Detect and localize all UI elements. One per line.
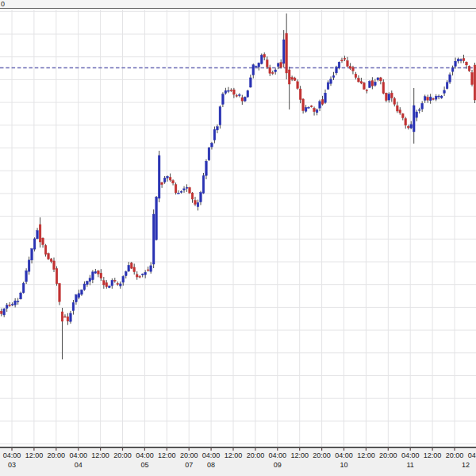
candle-body-bull	[255, 66, 257, 67]
candle-body-bull	[332, 76, 335, 78]
candle-body-bear	[61, 312, 63, 321]
candle-body-bear	[358, 79, 360, 82]
candle-body-bear	[432, 98, 435, 99]
candle-body-bear	[291, 78, 294, 80]
time-label: 04:00	[468, 451, 476, 459]
candle-body-bull	[222, 94, 225, 105]
candle-body-bear	[360, 82, 363, 83]
date-label: 07	[185, 461, 193, 469]
candle-body-bear	[363, 83, 366, 90]
candle-body-bull	[152, 214, 155, 264]
candle-body-bear	[102, 281, 105, 285]
time-label: 12:00	[357, 451, 375, 459]
candle-body-bear	[390, 93, 393, 98]
candle-body-bear	[297, 82, 299, 89]
candle-body-bear	[147, 270, 149, 271]
time-label: 20:00	[247, 451, 265, 459]
candle-body-bull	[81, 290, 83, 295]
candle-body-bear	[117, 283, 119, 284]
time-label: 04:00	[269, 451, 287, 459]
candle-body-bear	[233, 90, 236, 94]
candle-body-bear	[379, 78, 382, 81]
candle-body-bear	[53, 261, 56, 270]
candle-body-bull	[141, 274, 144, 274]
candle-body-bear	[344, 58, 346, 59]
candle-body-bull	[421, 103, 424, 109]
time-label: 12:00	[424, 451, 442, 459]
candle-body-bull	[440, 96, 443, 98]
time-label: 04:00	[335, 451, 353, 459]
candle-body-bear	[42, 238, 44, 244]
candle-body-bull	[424, 97, 426, 101]
candle-body-bull	[457, 59, 459, 61]
candle-body-bull	[208, 148, 210, 160]
candle-body-bull	[388, 94, 390, 101]
chart-window: 04:000312:0020:0004:000412:0020:0004:000…	[0, 0, 476, 476]
candle-body-bull	[211, 143, 213, 147]
candle-body-bear	[175, 185, 177, 193]
candle-body-bear	[263, 55, 266, 58]
candle-body-bull	[108, 286, 110, 288]
candle-body-bull	[338, 62, 340, 67]
candle-body-bull	[446, 83, 448, 89]
candle-body-bull	[413, 106, 415, 132]
candle-body-bear	[313, 108, 316, 111]
time-label: 04:00	[136, 451, 154, 459]
candle-body-bull	[260, 56, 263, 64]
grid	[0, 10, 476, 447]
candle-body-bull	[150, 266, 152, 271]
candle-body-bull	[72, 302, 75, 310]
candle-body-bear	[56, 269, 58, 284]
time-label: 04:00	[69, 451, 87, 459]
time-label: 20:00	[446, 451, 464, 459]
candle-body-bull	[244, 97, 246, 101]
time-label: 20:00	[313, 451, 331, 459]
chart-title-fragment: 0	[1, 0, 5, 8]
candle-body-bear	[161, 182, 163, 185]
candle-body-bull	[324, 93, 327, 102]
candle-body-bear	[468, 66, 470, 71]
candle-body-bear	[39, 225, 41, 242]
date-label: 09	[274, 461, 282, 469]
candle-body-bull	[330, 79, 332, 83]
candle-body-bull	[125, 271, 127, 275]
candle-body-bear	[294, 78, 296, 80]
candle-body-bull	[111, 280, 113, 286]
date-label: 04	[75, 461, 83, 469]
candle-body-bull	[336, 67, 338, 73]
candle-body-bull	[22, 283, 25, 293]
candle-body-bear	[130, 263, 132, 269]
candle-body-bear	[194, 201, 197, 205]
candle-body-bear	[299, 89, 301, 99]
candle-body-bear	[48, 254, 50, 259]
candle-body-bull	[28, 260, 30, 271]
candle-body-bear	[241, 98, 244, 101]
candle-body-bull	[167, 176, 169, 178]
candle-body-bear	[189, 187, 191, 193]
candle-body-bull	[92, 272, 94, 280]
candle-body-bull	[377, 78, 379, 80]
candlestick-chart-canvas[interactable]: 04:000312:0020:0004:000412:0020:0004:000…	[0, 0, 476, 476]
time-label: 20:00	[48, 451, 66, 459]
candle-body-bear	[471, 73, 474, 85]
candle-body-bear	[321, 100, 324, 105]
candle-body-bear	[191, 193, 194, 199]
candle-body-bull	[17, 301, 19, 302]
time-label: 20:00	[379, 451, 397, 459]
candle-body-bull	[163, 178, 166, 182]
candle-body-bull	[6, 305, 8, 309]
candle-body-bull	[429, 97, 432, 101]
candle-body-bear	[371, 81, 374, 86]
candle-body-bull	[258, 63, 260, 67]
candle-body-bull	[33, 239, 36, 249]
date-label: 03	[8, 461, 16, 469]
candle-body-bear	[407, 126, 409, 128]
time-label: 12:00	[290, 451, 309, 459]
candle-body-bull	[228, 90, 230, 91]
candle-body-bear	[347, 61, 349, 67]
candle-body-bull	[374, 82, 377, 85]
candle-body-bull	[202, 176, 205, 194]
candle-body-bull	[122, 276, 125, 282]
candle-body-bull	[144, 272, 147, 274]
candle-body-bear	[393, 98, 396, 104]
